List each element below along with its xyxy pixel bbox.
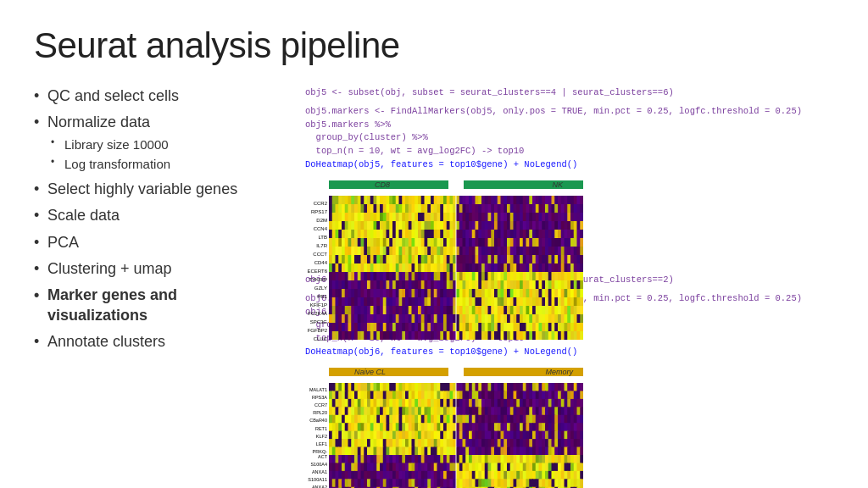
- right-panel: obj5 <- subset(obj, subset = seurat_clus…: [297, 86, 834, 447]
- left-panel: QC and select cells Normalize data Libra…: [34, 86, 297, 447]
- code-line-1-4: group_by(cluster) %>%: [305, 131, 834, 145]
- content-area: QC and select cells Normalize data Libra…: [34, 86, 834, 447]
- gene-label: RPL20: [305, 410, 327, 415]
- code-line-1-1: obj5 <- subset(obj, subset = seurat_clus…: [305, 86, 834, 100]
- gene-label: MALAT1: [305, 387, 327, 392]
- sub-log: Log transformation: [47, 156, 297, 173]
- gene-label: GZLY: [305, 286, 327, 291]
- gene-label: CCN4: [305, 226, 327, 231]
- gene-label: ANXA2: [305, 485, 327, 488]
- heatmap-2-container: MALAT1 RPS3A CCR7 RPL20 CBaR40 RET1 KLF2…: [305, 368, 585, 448]
- code-line-2-6: DoHeatmap(obj6, features = top10$gene) +…: [305, 346, 834, 359]
- bullet-scale: Scale data: [34, 206, 297, 225]
- gene-label: IL7R: [305, 243, 327, 248]
- gene-label: KFIF1P: [305, 302, 327, 308]
- gene-label: CCR7: [305, 402, 327, 408]
- bullet-marker: Marker genes andvisualizations: [34, 286, 297, 325]
- gene-label: CCR2: [305, 201, 327, 206]
- code-block-1: obj5 <- subset(obj, subset = seurat_clus…: [305, 86, 834, 172]
- code-line-1-6: DoHeatmap(obj5, features = top10$gene) +…: [305, 158, 834, 172]
- sub-list-normalize: Library size 10000 Log transformation: [47, 136, 297, 173]
- gene-label: CLUC: [305, 336, 327, 341]
- gene-label: ANXA1: [305, 469, 327, 474]
- code-line-1-3: obj5.markers %>%: [305, 119, 834, 132]
- bullet-variable: Select highly variable genes: [34, 180, 297, 199]
- gene-label: LTB: [305, 235, 327, 240]
- gene-label: TYKRIP: [305, 277, 327, 282]
- heatmap-1-container: CCR2 RPS17 D2M CCN4 LTB IL7R CCCT CD44 E…: [305, 180, 585, 261]
- gene-label: CCCT: [305, 252, 327, 257]
- gene-label: CBaR40: [305, 418, 327, 423]
- gene-label: KLF2: [305, 434, 327, 439]
- bullet-qc: QC and select cells: [34, 86, 297, 106]
- gene-label: RPS3A: [305, 395, 327, 400]
- cluster-label-memory: Memory: [545, 368, 573, 376]
- gene-label: ECERT6: [305, 269, 327, 274]
- code-line-1-5: top_n(n = 10, wt = avg_log2FC) -> top10: [305, 145, 834, 158]
- bullet-annotate: Annotate clusters: [34, 332, 297, 352]
- cluster-bar-2: Naive CL Memory: [329, 368, 583, 383]
- sub-library: Library size 10000: [47, 136, 297, 153]
- gene-label: LEF1: [305, 441, 327, 446]
- cluster-bar-1: CD8 NK: [329, 180, 583, 196]
- cluster-label-nk: NK: [552, 180, 563, 189]
- heatmap-1-visual: [329, 196, 583, 340]
- gene-label: FC2K4A: [305, 311, 327, 316]
- code-line-1-2: obj5.markers <- FindAllMarkers(obj5, onl…: [305, 105, 834, 119]
- bullet-pca: PCA: [34, 233, 297, 252]
- bullet-cluster: Clustering + umap: [34, 259, 297, 279]
- gene-labels-2: MALAT1 RPS3A CCR7 RPL20 CBaR40 RET1 KLF2…: [305, 386, 327, 489]
- gene-label: FGFBP2: [305, 328, 327, 333]
- heatmap-2-visual: [329, 383, 583, 489]
- bullet-list: QC and select cells Normalize data Libra…: [34, 86, 297, 352]
- cluster-label-naive: Naive CL: [354, 368, 386, 376]
- gene-label: CD44: [305, 260, 327, 265]
- slide: Seurat analysis pipeline QC and select c…: [0, 0, 868, 488]
- gene-labels-1: CCR2 RPS17 D2M CCN4 LTB IL7R CCCT CD44 E…: [305, 199, 327, 343]
- page-title: Seurat analysis pipeline: [34, 25, 834, 66]
- gene-label: PR1: [305, 294, 327, 299]
- cluster-label-cd8: CD8: [375, 180, 390, 189]
- gene-label: S100A11: [305, 477, 327, 482]
- gene-label: PRKQ-ACT: [305, 449, 327, 459]
- gene-label: D2M: [305, 218, 327, 223]
- gene-label: RET1: [305, 426, 327, 431]
- gene-label: SPC3G: [305, 319, 327, 324]
- bullet-normalize: Normalize data Library size 10000 Log tr…: [34, 113, 297, 172]
- gene-label: S100A4: [305, 462, 327, 467]
- gene-label: RPS17: [305, 209, 327, 214]
